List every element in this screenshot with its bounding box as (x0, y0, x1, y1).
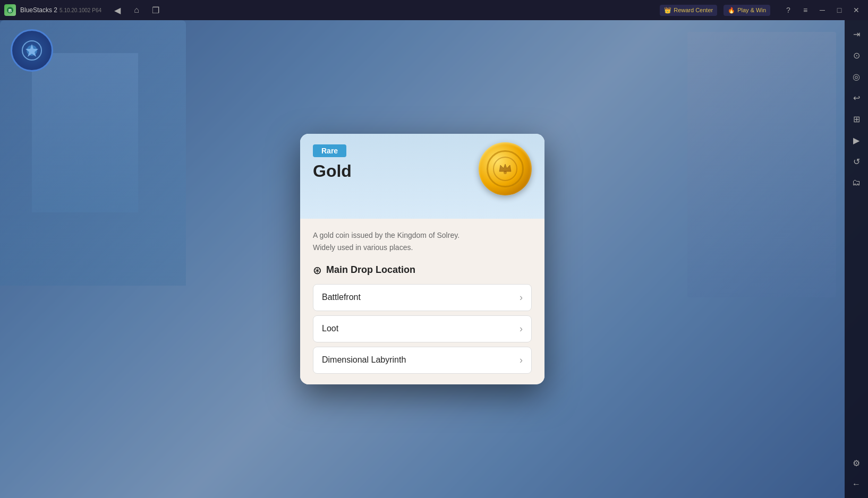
sidebar-back-icon[interactable]: ← (847, 475, 866, 494)
card-header: Rare Gold (300, 134, 544, 219)
play-win-button[interactable]: 🔥 Play & Win (724, 5, 770, 16)
maximize-button[interactable]: □ (832, 3, 847, 18)
back-button[interactable]: ◀ (110, 3, 125, 18)
app-logo: B (4, 4, 16, 16)
app-version: 5.10.20.1002 P64 (59, 7, 101, 13)
chevron-right-battlefront: › (520, 292, 523, 303)
reward-center-button[interactable]: 👑 Reward Center (660, 5, 717, 16)
sidebar-icon-7[interactable]: 🗂 (847, 173, 866, 192)
sidebar-icon-3[interactable]: ↩ (847, 88, 866, 107)
drop-location-icon: ⊛ (313, 264, 322, 277)
location-item-battlefront[interactable]: Battlefront › (313, 284, 532, 311)
sidebar-icon-5[interactable]: ▶ (847, 131, 866, 150)
chevron-right-dimensional-labyrinth: › (520, 355, 523, 366)
rarity-badge: Rare (313, 144, 346, 157)
svg-text:B: B (8, 8, 12, 13)
titlebar: B BlueStacks 2 5.10.20.1002 P64 ◀ ⌂ ❐ 👑 … (0, 0, 868, 20)
sidebar-icon-2[interactable]: ◎ (847, 67, 866, 86)
sidebar-icon-4[interactable]: ⊞ (847, 109, 866, 128)
item-description: A gold coin issued by the Kingdom of Sol… (313, 229, 532, 253)
sidebar-icon-6[interactable]: ↺ (847, 152, 866, 171)
location-item-loot[interactable]: Loot › (313, 315, 532, 342)
minimize-button[interactable]: ─ (815, 3, 830, 18)
app-name: BlueStacks 2 (20, 6, 57, 14)
home-button[interactable]: ⌂ (129, 3, 144, 18)
location-item-dimensional-labyrinth[interactable]: Dimensional Labyrinth › (313, 347, 532, 374)
tabs-button[interactable]: ❐ (148, 3, 163, 18)
coin-circle (479, 142, 532, 195)
sidebar-icon-1[interactable]: ⊙ (847, 46, 866, 65)
drop-location-header: ⊛ Main Drop Location (313, 264, 532, 277)
right-sidebar: ⇥ ⊙ ◎ ↩ ⊞ ▶ ↺ 🗂 ⚙ ← (845, 20, 868, 498)
menu-button[interactable]: ≡ (798, 3, 813, 18)
location-name-battlefront: Battlefront (322, 293, 361, 302)
drop-location-title: Main Drop Location (326, 264, 415, 276)
window-controls: ? ≡ ─ □ ✕ (781, 3, 864, 18)
titlebar-right: 👑 Reward Center 🔥 Play & Win ? ≡ ─ □ ✕ (660, 3, 864, 18)
location-list: Battlefront › Loot › Dimensional Labyrin… (313, 284, 532, 374)
sidebar-settings-icon[interactable]: ⚙ (847, 453, 866, 473)
coin-image (479, 142, 532, 195)
coin-inner (487, 150, 524, 187)
reward-center-label: Reward Center (674, 7, 713, 13)
close-button[interactable]: ✕ (849, 3, 864, 18)
play-win-label: Play & Win (737, 7, 766, 13)
reward-icon: 👑 (664, 7, 671, 14)
location-name-dimensional-labyrinth: Dimensional Labyrinth (322, 355, 406, 365)
sidebar-expand-icon[interactable]: ⇥ (847, 24, 866, 44)
card-body: A gold coin issued by the Kingdom of Sol… (300, 219, 544, 384)
description-line2: Widely used in various places. (313, 243, 413, 252)
nav-buttons: ◀ ⌂ ❐ (110, 3, 163, 18)
chevron-right-loot: › (520, 323, 523, 334)
location-name-loot: Loot (322, 324, 338, 333)
dialog-overlay: Rare Gold A gold (0, 20, 845, 498)
help-button[interactable]: ? (781, 3, 796, 18)
description-line1: A gold coin issued by the Kingdom of Sol… (313, 231, 459, 239)
play-win-icon: 🔥 (728, 7, 735, 14)
svg-point-6 (504, 171, 507, 174)
item-card: Rare Gold A gold (300, 134, 544, 384)
